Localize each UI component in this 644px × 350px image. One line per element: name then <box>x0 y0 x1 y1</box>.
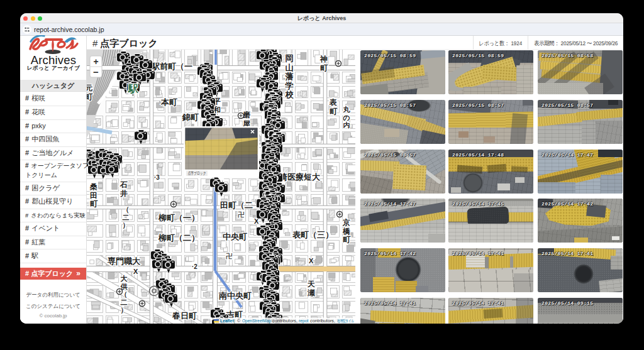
svg-text:専門職大: 専門職大 <box>108 256 141 266</box>
svg-text:町: 町 <box>87 92 93 101</box>
svg-text:田町（二: 田町（二 <box>220 200 253 210</box>
svg-text:−: − <box>93 67 99 77</box>
svg-text:岡: 岡 <box>286 53 294 63</box>
svg-text:二: 二 <box>123 214 130 221</box>
svg-text:春日町: 春日町 <box>172 311 197 320</box>
svg-text:本町: 本町 <box>160 97 177 107</box>
svg-text:中央町: 中央町 <box>223 232 247 241</box>
svg-text:contributors,: contributors, <box>272 319 297 323</box>
svg-text:）: ） <box>121 306 128 314</box>
svg-text:©: © <box>237 319 240 323</box>
svg-text:repot: repot <box>299 319 309 324</box>
svg-text:OpenStreetMap: OpenStreetMap <box>242 319 271 324</box>
svg-text:卍: 卍 <box>226 253 233 260</box>
svg-text:石: 石 <box>119 180 128 189</box>
svg-text:南中央町: 南中央町 <box>218 291 252 300</box>
svg-text:町: 町 <box>320 63 328 72</box>
svg-text:神: 神 <box>319 55 328 63</box>
svg-text:点字ブロック: 点字ブロック <box>188 171 206 176</box>
svg-text:地理院タイル: 地理院タイル <box>336 319 354 324</box>
svg-text:藩: 藩 <box>285 72 294 81</box>
svg-text:町: 町 <box>343 235 351 244</box>
svg-text:桑: 桑 <box>89 182 97 191</box>
svg-text:元: 元 <box>87 84 92 92</box>
svg-text:柳町（一）: 柳町（一） <box>158 213 199 222</box>
svg-text:）: ） <box>123 221 130 229</box>
svg-text:·3: ·3 <box>154 174 160 181</box>
svg-text:大: 大 <box>121 275 128 282</box>
svg-text:天: 天 <box>307 280 315 288</box>
svg-text:山: 山 <box>286 63 294 72</box>
svg-text:学: 学 <box>285 81 294 90</box>
svg-text:校: 校 <box>285 90 294 99</box>
svg-text:井: 井 <box>120 189 128 198</box>
svg-text:二: 二 <box>121 298 128 306</box>
svg-text:京: 京 <box>342 218 350 227</box>
svg-text:X: X <box>133 268 138 275</box>
svg-text:田: 田 <box>90 191 97 200</box>
svg-text:丸: 丸 <box>343 106 351 113</box>
svg-text:·2: ·2 <box>192 263 197 270</box>
svg-text:Leaflet: Leaflet <box>220 319 235 323</box>
svg-text:柳町（二）: 柳町（二） <box>158 233 199 243</box>
svg-text:錦町: 錦町 <box>182 112 199 122</box>
svg-text:+: + <box>93 57 98 67</box>
svg-text:町: 町 <box>90 199 98 208</box>
svg-text:表町（三）: 表町（三） <box>292 230 333 239</box>
svg-text:駅前町（一: 駅前町（一 <box>151 62 192 71</box>
svg-text:卍: 卍 <box>238 211 245 218</box>
svg-text:内: 内 <box>343 121 350 129</box>
svg-text:（: （ <box>123 205 130 214</box>
svg-text:駅: 駅 <box>128 84 139 94</box>
svg-text:の: の <box>343 114 350 121</box>
svg-text:町: 町 <box>330 107 338 116</box>
svg-text:表: 表 <box>329 98 337 107</box>
svg-text:|: | <box>234 319 235 324</box>
svg-text:X: X <box>309 257 314 265</box>
svg-text:橋: 橋 <box>342 227 350 236</box>
svg-text:瀬: 瀬 <box>307 288 315 297</box>
svg-text:contributors,: contributors, <box>310 319 335 323</box>
